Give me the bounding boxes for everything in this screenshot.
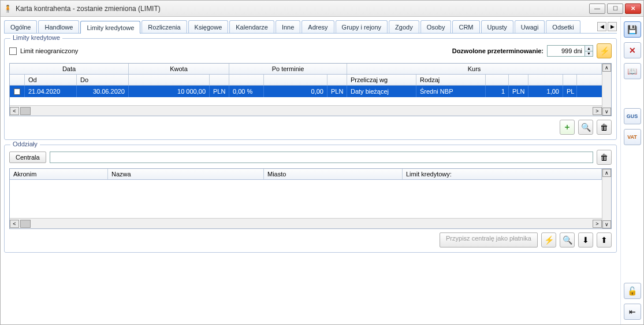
plus-icon: ＋ xyxy=(563,122,571,132)
col-cur4[interactable] xyxy=(563,75,577,85)
add-limit-button[interactable]: ＋ xyxy=(560,120,575,135)
col-poterm-sub[interactable] xyxy=(264,75,327,85)
limits-vscroll[interactable]: ∧ ∨ xyxy=(602,64,611,116)
limits-grid: Data Kwota Po terminie Kurs Od Do xyxy=(9,63,612,116)
col-proc[interactable] xyxy=(229,75,264,85)
doc-out-button[interactable]: ⬆ xyxy=(597,232,612,248)
assign-button[interactable]: Przypisz centralę jako płatnika xyxy=(440,232,538,248)
col-akronim[interactable]: Akronim xyxy=(10,169,108,179)
book-icon: 📖 xyxy=(627,67,637,76)
delete-limit-button[interactable]: 🗑 xyxy=(597,120,612,135)
row-checkbox[interactable] xyxy=(14,88,20,95)
col-n[interactable] xyxy=(486,75,509,85)
hscroll-left[interactable]: < xyxy=(10,107,19,115)
bolt-button-2[interactable]: ⚡ xyxy=(541,232,556,248)
limits-hscroll[interactable]: < > xyxy=(10,105,602,116)
close-button[interactable]: ✕ xyxy=(625,3,641,14)
centrala-button[interactable]: Centrala xyxy=(9,152,46,163)
overdue-spin-down[interactable]: ▼ xyxy=(585,51,593,57)
tab-osoby[interactable]: Osoby xyxy=(420,20,452,33)
col-kurs-group[interactable]: Kurs xyxy=(347,64,602,74)
col-miasto[interactable]: Miasto xyxy=(264,169,403,179)
door-icon: ⇤ xyxy=(629,307,636,316)
doc-out-icon: ⬆ xyxy=(601,235,608,245)
close-icon: ✕ xyxy=(631,5,635,12)
col-cur1[interactable] xyxy=(210,75,229,85)
minimize-button[interactable]: — xyxy=(589,3,605,14)
branches-grid: Akronim Nazwa Miasto Limit kredytowy: < … xyxy=(9,168,612,229)
exit-button[interactable]: ⇤ xyxy=(624,304,641,320)
limits-group: Limity kredytowe Limit nieograniczony Do… xyxy=(4,38,617,140)
tab-ogolne[interactable]: Ogólne xyxy=(4,20,37,33)
tab-uwagi[interactable]: Uwagi xyxy=(515,20,545,33)
col-cur3[interactable] xyxy=(509,75,528,85)
hscroll-thumb[interactable] xyxy=(20,107,31,115)
tab-rozliczenia[interactable]: Rozliczenia xyxy=(142,20,187,33)
branches-hscroll-thumb[interactable] xyxy=(20,220,31,228)
unlimited-checkbox[interactable] xyxy=(9,47,17,55)
tab-limity-kredytowe[interactable]: Limity kredytowe xyxy=(80,21,140,34)
tab-handlowe[interactable]: Handlowe xyxy=(38,20,79,33)
branches-vscroll-up[interactable]: ∧ xyxy=(602,169,611,177)
col-od[interactable]: Od xyxy=(25,75,77,85)
chevron-down-icon: ▼ xyxy=(587,51,591,56)
col-kwota-sub[interactable] xyxy=(129,75,210,85)
gus-button[interactable]: GUS xyxy=(624,108,641,124)
branches-vscroll[interactable]: ∧ ∨ xyxy=(602,169,611,228)
save-button[interactable]: 💾 xyxy=(624,21,641,38)
app-icon: 🧍 xyxy=(3,4,12,13)
tab-inne[interactable]: Inne xyxy=(276,20,300,33)
col-limit[interactable]: Limit kredytowy: xyxy=(403,169,602,179)
trash-icon: 🗑 xyxy=(600,123,608,132)
tab-nav-left[interactable]: ◀ xyxy=(597,22,606,31)
cell-przeliczaj: Daty bieżącej xyxy=(347,86,416,97)
maximize-button[interactable]: ☐ xyxy=(607,3,623,14)
branches-hscroll-right[interactable]: > xyxy=(593,220,602,228)
branches-hscroll-left[interactable]: < xyxy=(10,220,19,228)
col-przeliczaj[interactable]: Przeliczaj wg xyxy=(347,75,416,85)
vscroll-up[interactable]: ∧ xyxy=(602,64,611,72)
cancel-button[interactable]: ✕ xyxy=(624,42,641,58)
vat-icon: VAT xyxy=(627,134,637,140)
tab-odsetki[interactable]: Odsetki xyxy=(546,20,580,33)
col-do[interactable]: Do xyxy=(77,75,129,85)
col-kwota[interactable]: Kwota xyxy=(129,64,229,74)
search-branch-button[interactable]: 🔍 xyxy=(560,232,575,248)
col-po-terminie[interactable]: Po terminie xyxy=(229,64,347,74)
allowed-overdue-input[interactable]: 999 dni ▲ ▼ xyxy=(547,45,593,57)
book-button[interactable]: 📖 xyxy=(624,63,641,79)
chevron-left-icon: ◀ xyxy=(600,24,604,29)
tab-zgody[interactable]: Zgody xyxy=(389,20,419,33)
limits-legend: Limity kredytowe xyxy=(10,34,62,41)
cell-proc: 0,00 % xyxy=(229,86,264,97)
branches-vscroll-down[interactable]: ∨ xyxy=(602,220,611,228)
tab-crm[interactable]: CRM xyxy=(452,20,479,33)
col-data-group[interactable]: Data xyxy=(10,64,129,74)
side-toolbar: 💾 ✕ 📖 GUS VAT 🔓 ⇤ xyxy=(620,17,643,324)
delete-branch-button[interactable]: 🗑 xyxy=(597,150,612,165)
centrala-input[interactable] xyxy=(50,152,593,163)
doc-in-button[interactable]: ⬇ xyxy=(578,232,593,248)
col-rate[interactable] xyxy=(528,75,563,85)
col-check[interactable] xyxy=(10,75,25,85)
trash-icon-2: 🗑 xyxy=(600,153,608,162)
col-rodzaj[interactable]: Rodzaj xyxy=(416,75,486,85)
lock-button[interactable]: 🔓 xyxy=(624,283,641,299)
tab-ksiegowe[interactable]: Księgowe xyxy=(188,20,229,33)
tab-upusty[interactable]: Upusty xyxy=(481,20,513,33)
limits-row[interactable]: 21.04.2020 30.06.2020 10 000,00 PLN 0,00… xyxy=(10,86,602,97)
col-nazwa[interactable]: Nazwa xyxy=(108,169,264,179)
tab-adresy[interactable]: Adresy xyxy=(301,20,334,33)
col-cur2[interactable] xyxy=(327,75,347,85)
bolt-button[interactable]: ⚡ xyxy=(597,43,612,58)
hscroll-right[interactable]: > xyxy=(593,107,602,115)
tab-kalendarze[interactable]: Kalendarze xyxy=(229,20,274,33)
search-limit-button[interactable]: 🔍 xyxy=(578,120,593,135)
tab-nav-right[interactable]: ▶ xyxy=(608,22,617,31)
branches-hscroll[interactable]: < > xyxy=(10,218,602,228)
tab-grupy-rejony[interactable]: Grupy i rejony xyxy=(336,20,388,33)
vscroll-down[interactable]: ∨ xyxy=(602,108,611,116)
overdue-spin-up[interactable]: ▲ xyxy=(585,46,593,51)
vat-button[interactable]: VAT xyxy=(624,129,641,145)
unlimited-label: Limit nieograniczony xyxy=(20,47,78,54)
